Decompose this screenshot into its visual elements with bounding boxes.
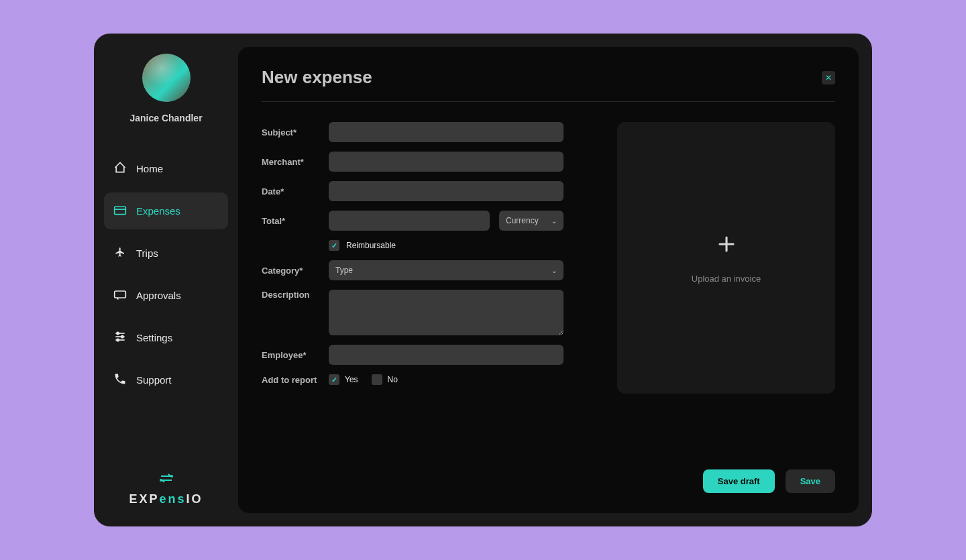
date-input[interactable] <box>329 181 564 201</box>
sidebar-item-approvals[interactable]: Approvals <box>104 277 228 314</box>
form-row-merchant: Merchant* <box>262 152 564 172</box>
reimbursable-row: Reimbursable <box>262 240 564 251</box>
description-input[interactable] <box>329 290 564 335</box>
sidebar-item-label: Expenses <box>136 205 180 217</box>
close-icon: ✕ <box>825 73 832 82</box>
category-label: Category* <box>262 266 329 276</box>
plus-icon <box>716 232 737 260</box>
user-name: Janice Chandler <box>104 113 228 123</box>
logo-text: EXPensIO <box>104 492 228 506</box>
logo: EXPensIO <box>104 472 228 513</box>
form-row-employee: Employee* <box>262 345 564 365</box>
total-label: Total* <box>262 216 329 226</box>
add-to-report-yes-radio[interactable] <box>329 374 339 385</box>
merchant-label: Merchant* <box>262 157 329 167</box>
sidebar-item-home[interactable]: Home <box>104 150 228 187</box>
page-title: New expense <box>262 67 372 88</box>
sidebar-item-expenses[interactable]: Expenses <box>104 192 228 229</box>
sidebar-item-label: Settings <box>136 332 172 343</box>
form-row-description: Description <box>262 290 564 335</box>
svg-rect-2 <box>115 291 126 298</box>
subject-label: Subject* <box>262 127 329 137</box>
sidebar-item-label: Support <box>136 374 172 386</box>
close-button[interactable]: ✕ <box>822 71 835 85</box>
svg-point-10 <box>160 480 162 481</box>
logo-icon <box>104 472 228 487</box>
add-to-report-label: Add to report <box>262 375 329 385</box>
credit-card-icon <box>113 203 127 219</box>
form-row-category: Category* Type ⌄ <box>262 260 564 280</box>
no-label: No <box>388 375 398 384</box>
sidebar-item-label: Home <box>136 163 163 174</box>
employee-label: Employee* <box>262 350 329 360</box>
avatar[interactable] <box>142 54 191 102</box>
phone-icon <box>113 372 127 388</box>
sidebar-item-support[interactable]: Support <box>104 361 228 398</box>
chevron-down-icon: ⌄ <box>551 267 557 274</box>
category-placeholder: Type <box>335 266 353 275</box>
add-to-report-no-radio[interactable] <box>372 374 382 385</box>
card-footer: Save draft Save <box>262 456 835 493</box>
yes-label: Yes <box>345 375 358 384</box>
svg-point-7 <box>121 335 123 337</box>
svg-point-6 <box>117 332 119 334</box>
form-left: Subject* Merchant* Date* Total* <box>262 122 564 456</box>
total-input[interactable] <box>329 211 490 231</box>
sidebar-item-label: Trips <box>136 247 158 259</box>
form-row-total: Total* Currency ⌄ <box>262 211 564 231</box>
settings-icon <box>113 330 127 345</box>
sidebar-item-label: Approvals <box>136 290 181 301</box>
upload-invoice-area[interactable]: Upload an invoice <box>617 122 835 394</box>
sidebar-item-settings[interactable]: Settings <box>104 319 228 356</box>
main-panel: New expense ✕ Subject* Merchant* <box>238 34 872 526</box>
description-label: Description <box>262 290 329 300</box>
currency-placeholder: Currency <box>506 216 539 225</box>
form-body: Subject* Merchant* Date* Total* <box>262 102 835 456</box>
content-card: New expense ✕ Subject* Merchant* <box>238 47 859 513</box>
plane-icon <box>113 245 127 261</box>
save-draft-button[interactable]: Save draft <box>703 469 775 493</box>
form-row-add-to-report: Add to report Yes No <box>262 374 564 385</box>
employee-input[interactable] <box>329 345 564 365</box>
approvals-icon <box>113 288 127 303</box>
date-label: Date* <box>262 186 329 197</box>
card-header: New expense ✕ <box>262 67 835 102</box>
reimbursable-checkbox[interactable] <box>329 240 339 251</box>
subject-input[interactable] <box>329 122 564 142</box>
svg-point-8 <box>117 339 119 341</box>
upload-text: Upload an invoice <box>692 274 761 284</box>
merchant-input[interactable] <box>329 152 564 172</box>
category-select[interactable]: Type ⌄ <box>329 260 564 280</box>
sidebar-item-trips[interactable]: Trips <box>104 235 228 272</box>
home-icon <box>113 161 127 176</box>
svg-point-9 <box>171 475 172 477</box>
chevron-down-icon: ⌄ <box>551 217 557 225</box>
app-window: Janice Chandler Home Expenses Trips Appr… <box>94 34 872 526</box>
save-button[interactable]: Save <box>786 469 835 493</box>
svg-rect-0 <box>115 207 126 215</box>
currency-select[interactable]: Currency ⌄ <box>499 211 564 231</box>
sidebar: Janice Chandler Home Expenses Trips Appr… <box>94 34 238 526</box>
form-row-subject: Subject* <box>262 122 564 142</box>
form-row-date: Date* <box>262 181 564 201</box>
reimbursable-label: Reimbursable <box>346 241 396 250</box>
